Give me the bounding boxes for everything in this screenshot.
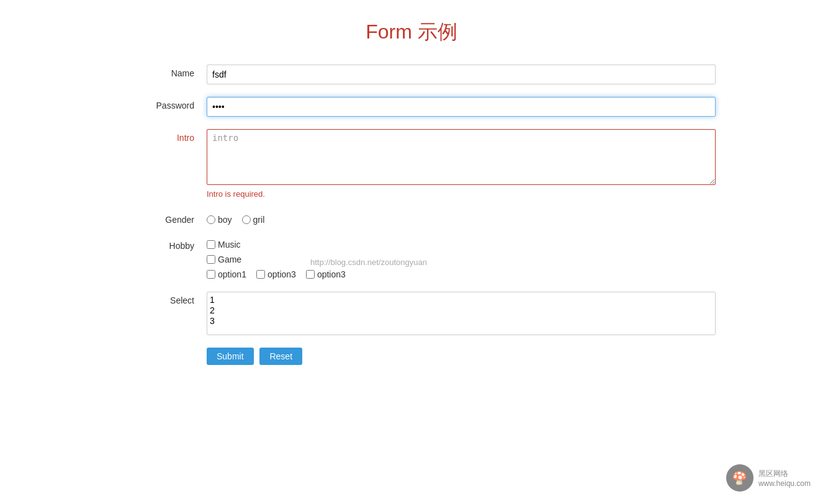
intro-textarea[interactable] — [207, 129, 716, 185]
gender-gril-item: gril — [242, 215, 265, 225]
name-row: Name — [107, 65, 716, 84]
intro-control-wrapper: Intro is required. — [207, 129, 716, 199]
gender-radio-group: boy gril — [207, 211, 716, 225]
hobby-checkbox-group: Music Game option1 — [207, 237, 716, 279]
submit-button[interactable]: Submit — [207, 348, 254, 365]
name-label: Name — [107, 65, 207, 78]
hobby-music-label: Music — [218, 240, 241, 250]
hobby-game-label: Game — [218, 254, 241, 264]
gender-boy-label: boy — [218, 215, 232, 225]
hobby-option3b-item: option3 — [306, 269, 346, 279]
hobby-row3: option1 option3 option3 — [207, 269, 716, 279]
hobby-row: Hobby Music Game — [107, 237, 716, 279]
name-input[interactable] — [207, 65, 716, 84]
intro-error: Intro is required. — [207, 189, 716, 199]
hobby-row2: Game — [207, 254, 716, 264]
gender-control-wrapper: boy gril — [207, 211, 716, 225]
gender-row: Gender boy gril — [107, 211, 716, 225]
hobby-option3a-label: option3 — [268, 269, 296, 279]
watermark-site: 黑区网络 — [758, 469, 811, 479]
select-label: Select — [107, 292, 207, 305]
hobby-row1: Music — [207, 240, 716, 250]
gender-gril-radio[interactable] — [242, 215, 251, 224]
select-row: Select 1 2 3 — [107, 292, 716, 335]
name-input-wrapper — [207, 65, 716, 84]
reset-button[interactable]: Reset — [259, 348, 302, 365]
hobby-option3a-checkbox[interactable] — [256, 270, 265, 279]
hobby-game-item: Game — [207, 254, 241, 264]
hobby-game-checkbox[interactable] — [207, 255, 215, 264]
select-listbox[interactable]: 1 2 3 — [207, 292, 716, 335]
intro-row: Intro Intro is required. — [107, 129, 716, 199]
gender-label: Gender — [107, 211, 207, 225]
hobby-option1-checkbox[interactable] — [207, 270, 215, 279]
intro-label: Intro — [107, 129, 207, 143]
hobby-music-item: Music — [207, 240, 241, 250]
select-option-2[interactable]: 2 — [210, 305, 713, 316]
hobby-option3a-item: option3 — [256, 269, 296, 279]
hobby-control-wrapper: Music Game option1 — [207, 237, 716, 279]
select-option-1[interactable]: 1 — [210, 295, 713, 305]
watermark-text: 黑区网络 www.heiqu.com — [758, 469, 811, 488]
select-control-wrapper: 1 2 3 — [207, 292, 716, 335]
password-row: Password — [107, 97, 716, 117]
gender-boy-radio[interactable] — [207, 215, 215, 224]
password-label: Password — [107, 97, 207, 110]
hobby-option3b-label: option3 — [317, 269, 346, 279]
watermark-icon: 🍄 — [726, 464, 753, 492]
password-input[interactable] — [207, 97, 716, 117]
select-option-3[interactable]: 3 — [210, 316, 713, 326]
hobby-option1-label: option1 — [218, 269, 246, 279]
hobby-music-checkbox[interactable] — [207, 240, 215, 249]
button-row: Submit Reset — [107, 348, 716, 365]
page-title: Form 示例 — [12, 19, 811, 46]
button-row-spacer — [107, 348, 207, 351]
hobby-option3b-checkbox[interactable] — [306, 270, 315, 279]
watermark-site-url: www.heiqu.com — [758, 479, 811, 488]
watermark-badge: 🍄 黑区网络 www.heiqu.com — [726, 464, 811, 492]
gender-gril-label: gril — [253, 215, 265, 225]
button-wrapper: Submit Reset — [207, 348, 716, 365]
hobby-option1-item: option1 — [207, 269, 246, 279]
gender-boy-item: boy — [207, 215, 232, 225]
password-input-wrapper — [207, 97, 716, 117]
hobby-label: Hobby — [107, 237, 207, 251]
